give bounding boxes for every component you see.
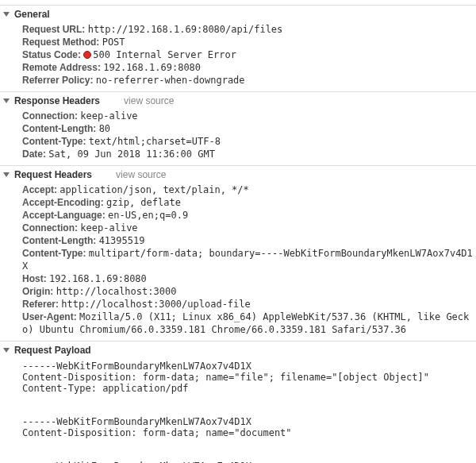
header-value: Mozilla/5.0 (X11; Linux x86_64) AppleWeb… [22, 311, 469, 335]
request-headers-entries: Accept: application/json, text/plain, */… [0, 183, 476, 341]
header-entry: Referer: http://localhost:3000/upload-fi… [22, 298, 474, 311]
section-title: Request Headers [14, 169, 92, 180]
header-label: Referrer Policy: [22, 75, 96, 86]
header-label: Content-Type: [22, 136, 89, 147]
header-label: User-Agent: [22, 311, 79, 322]
section-request-payload: Request Payload ------WebKitFormBoundary… [0, 341, 476, 463]
section-header-response-headers[interactable]: Response Headers view source [0, 94, 476, 110]
header-label: Connection: [22, 222, 80, 233]
header-value: 41395519 [99, 235, 145, 246]
header-value: gzip, deflate [106, 197, 181, 208]
header-value: 500 Internal Server Error [93, 49, 236, 60]
section-general: General Request URL: http://192.168.1.69… [0, 5, 476, 91]
header-entry: Content-Type: multipart/form-data; bound… [22, 247, 474, 272]
request-payload-body: ------WebKitFormBoundaryMkenLW7Aox7v4D1X… [0, 359, 476, 463]
header-label: Content-Length: [22, 123, 99, 134]
chevron-down-icon[interactable] [3, 12, 10, 17]
view-source-link[interactable]: view source [124, 95, 174, 106]
header-label: Status Code: [22, 49, 83, 60]
header-value: http://localhost:3000/upload-file [61, 299, 250, 310]
header-entry: Request Method: POST [22, 36, 474, 48]
header-value: 192.168.1.69:8080 [103, 62, 201, 73]
header-value: 192.168.1.69:8080 [49, 273, 147, 284]
header-value: http://localhost:3000 [56, 286, 177, 297]
header-entry: Status Code: 500 Internal Server Error [22, 48, 474, 61]
status-error-icon [83, 51, 91, 59]
response-headers-entries: Connection: keep-aliveContent-Length: 80… [0, 110, 476, 165]
header-value: multipart/form-data; boundary=----WebKit… [22, 248, 473, 272]
header-value: application/json, text/plain, */* [60, 184, 248, 195]
section-header-request-payload[interactable]: Request Payload [0, 343, 476, 359]
header-label: Request Method: [22, 37, 102, 48]
header-entry: Content-Type: text/html;charset=UTF-8 [22, 135, 474, 148]
chevron-down-icon[interactable] [3, 172, 10, 177]
header-entry: Connection: keep-alive [22, 222, 474, 234]
section-response-headers: Response Headers view source Connection:… [0, 91, 476, 165]
header-value: keep-alive [80, 110, 137, 122]
header-entry: Origin: http://localhost:3000 [22, 285, 474, 298]
header-entry: Content-Length: 41395519 [22, 234, 474, 247]
header-label: Remote Address: [22, 62, 103, 73]
header-entry: User-Agent: Mozilla/5.0 (X11; Linux x86_… [22, 311, 474, 336]
header-value: http://192.168.1.69:8080/api/files [88, 24, 283, 35]
view-source-link[interactable]: view source [116, 169, 166, 180]
header-label: Accept: [22, 184, 60, 195]
header-label: Content-Type: [22, 248, 89, 259]
header-label: Referer: [22, 299, 61, 310]
section-title: General [14, 9, 50, 20]
section-title: Request Payload [14, 345, 91, 356]
header-value: POST [102, 37, 125, 48]
section-title: Response Headers [14, 95, 100, 106]
header-entry: Content-Length: 80 [22, 122, 474, 135]
header-label: Accept-Encoding: [22, 197, 106, 208]
header-label: Origin: [22, 286, 56, 297]
header-entry: Accept: application/json, text/plain, */… [22, 183, 474, 196]
chevron-down-icon[interactable] [3, 348, 10, 353]
header-label: Date: [22, 149, 48, 160]
header-label: Content-Length: [22, 235, 99, 246]
header-label: Host: [22, 273, 49, 284]
header-entry: Date: Sat, 09 Jun 2018 11:36:00 GMT [22, 148, 474, 160]
chevron-down-icon[interactable] [3, 98, 10, 103]
header-entry: Accept-Encoding: gzip, deflate [22, 196, 474, 209]
section-header-request-headers[interactable]: Request Headers view source [0, 168, 476, 183]
header-entry: Connection: keep-alive [22, 110, 474, 122]
header-entry: Request URL: http://192.168.1.69:8080/ap… [22, 23, 474, 36]
section-header-general[interactable]: General [0, 7, 476, 23]
header-entry: Referrer Policy: no-referrer-when-downgr… [22, 74, 474, 87]
header-entry: Remote Address: 192.168.1.69:8080 [22, 61, 474, 74]
general-entries: Request URL: http://192.168.1.69:8080/ap… [0, 23, 476, 91]
header-value: 80 [99, 123, 110, 134]
header-value: en-US,en;q=0.9 [108, 210, 188, 221]
header-entry: Accept-Language: en-US,en;q=0.9 [22, 209, 474, 222]
header-label: Request URL: [22, 24, 88, 35]
header-value: keep-alive [80, 222, 137, 233]
header-value: Sat, 09 Jun 2018 11:36:00 GMT [48, 149, 215, 160]
header-label: Accept-Language: [22, 210, 108, 221]
header-label: Connection: [22, 110, 80, 122]
header-value: no-referrer-when-downgrade [96, 75, 245, 86]
section-request-headers: Request Headers view source Accept: appl… [0, 165, 476, 341]
header-entry: Host: 192.168.1.69:8080 [22, 272, 474, 285]
header-value: text/html;charset=UTF-8 [89, 136, 221, 147]
